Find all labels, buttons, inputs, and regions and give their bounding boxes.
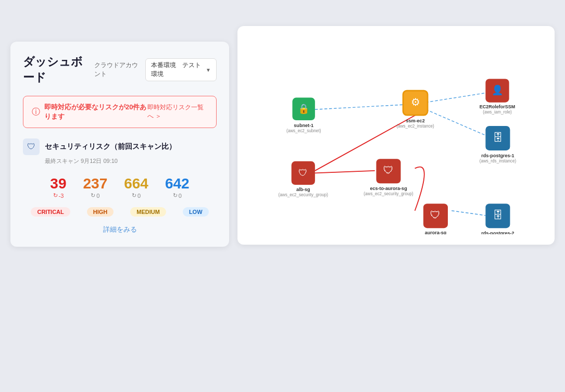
high-change-icon: ↻ <box>91 192 95 199</box>
high-change-value: 0 <box>96 193 99 199</box>
security-title: セキュリティリスク（前回スキャン比） <box>45 142 176 151</box>
ec2role-icon: 👤 <box>492 84 504 96</box>
node-alb-sg: 🛡 alb-sg (aws_ec2_security_group) <box>279 161 329 197</box>
node-ecs-sg: 🛡 ecs-to-aurora-sg (aws_ec2_security_gro… <box>363 159 413 196</box>
medium-change-icon: ↻ <box>132 192 136 199</box>
critical-change-icon: ↻ <box>53 192 58 199</box>
ssm-ec2-sublabel: (aws_ec2_instance) <box>396 124 434 129</box>
medium-number: 664 <box>124 175 148 192</box>
rds2-icon: 🗄 <box>493 209 503 221</box>
badge-high: HIGH <box>87 207 114 217</box>
chevron-down-icon: ▼ <box>206 67 211 73</box>
low-change-icon: ↻ <box>173 192 178 199</box>
badge-low: LOW <box>183 207 209 217</box>
dashboard-header: ダッシュボード クラウドアカウント 本番環境 テスト環境 ▼ <box>23 54 217 85</box>
badge-medium: MEDIUM <box>130 207 166 217</box>
security-header: 🛡 セキュリティリスク（前回スキャン比） <box>23 138 217 155</box>
ssm-ec2-label: ssm-ec2 <box>406 118 425 123</box>
node-subnet1: 🔒 subnet-1 (aws_ec2_subnet) <box>286 98 321 133</box>
medium-change: ↻ 0 <box>124 192 148 199</box>
badge-critical: CRITICAL <box>31 207 70 217</box>
ecs-sg-sublabel: (aws_ec2_security_group) <box>363 192 413 196</box>
alert-left: ⓘ 即時対応が必要なリスクが20件あります <box>32 103 147 121</box>
account-options: 本番環境 テスト環境 <box>151 61 202 79</box>
alb-sg-icon: 🛡 <box>298 168 308 178</box>
medium-change-value: 0 <box>137 193 141 199</box>
dashboard-card: ダッシュボード クラウドアカウント 本番環境 テスト環境 ▼ ⓘ 即時対応が必要… <box>10 42 229 247</box>
line-subnet-ssm <box>315 105 403 109</box>
ecs-sg-icon: 🛡 <box>383 165 394 176</box>
security-section: 🛡 セキュリティリスク（前回スキャン比） 最終スキャン 9月12日 09:10 … <box>23 138 217 234</box>
alert-link[interactable]: 即時対応リスク一覧へ ＞ <box>147 103 208 121</box>
stat-high: 237 ↻ 0 <box>83 175 108 202</box>
stat-critical: 39 ↻ -3 <box>50 175 66 202</box>
subnet1-icon: 🔒 <box>298 103 310 115</box>
critical-change-value: -3 <box>59 193 64 199</box>
diagram-svg: 🔒 subnet-1 (aws_ec2_subnet) ⚙ ssm-ec2 (a… <box>248 36 544 234</box>
ssm-ec2-icon: ⚙ <box>411 96 420 108</box>
critical-change: ↻ -3 <box>50 192 66 199</box>
diagram-container: 🔒 subnet-1 (aws_ec2_subnet) ⚙ ssm-ec2 (a… <box>248 36 544 234</box>
rds1-icon: 🗄 <box>493 132 503 143</box>
ec2role-sublabel: (aws_iam_role) <box>483 110 512 115</box>
rds2-label: rds-postgres-2 <box>481 231 514 234</box>
account-label: クラウドアカウント <box>94 61 141 79</box>
low-number: 642 <box>165 175 190 192</box>
low-change: ↻ 0 <box>165 192 190 199</box>
stat-medium: 664 ↻ 0 <box>124 175 148 202</box>
rds1-label: rds-postgres-1 <box>481 153 514 158</box>
node-aurora-sg: 🛡 aurora-sg (aws_ec2_security_group) <box>411 204 461 234</box>
alb-sg-label: alb-sg <box>296 187 310 192</box>
rds1-sublabel: (aws_rds_instance) <box>480 159 517 163</box>
low-change-value: 0 <box>179 193 182 199</box>
last-scan-date: 最終スキャン 9月12日 09:10 <box>45 157 217 165</box>
aurora-sg-label: aurora-sg <box>425 230 447 234</box>
line-ecs-aurora <box>415 167 424 211</box>
ec2role-label: EC2RoleforSSM <box>480 104 516 109</box>
alert-icon: ⓘ <box>32 107 40 118</box>
line-ssm-rds1 <box>426 109 486 135</box>
dashboard-title: ダッシュボード <box>23 54 94 85</box>
alert-banner: ⓘ 即時対応が必要なリスクが20件あります 即時対応リスク一覧へ ＞ <box>23 96 217 128</box>
account-selector: クラウドアカウント 本番環境 テスト環境 ▼ <box>94 58 217 81</box>
stat-low: 642 ↻ 0 <box>165 175 190 202</box>
line-aurora-rds2 <box>451 211 485 216</box>
high-number: 237 <box>83 175 108 192</box>
node-rds1: 🗄 rds-postgres-1 (aws_rds_instance) <box>480 126 517 163</box>
security-icon: 🛡 <box>23 138 40 155</box>
alb-sg-sublabel: (aws_ec2_security_group) <box>279 193 329 197</box>
line-ssm-ec2role <box>426 93 486 103</box>
node-rds2: 🗄 rds-postgres-2 (aws_rds_instance) <box>480 204 517 234</box>
diagram-card: 🔒 subnet-1 (aws_ec2_subnet) ⚙ ssm-ec2 (a… <box>237 26 555 245</box>
aurora-sg-icon: 🛡 <box>431 209 441 221</box>
line-alb-ecs <box>315 171 375 173</box>
node-ec2role: 👤 EC2RoleforSSM (aws_iam_role) <box>480 79 516 115</box>
main-container: ダッシュボード クラウドアカウント 本番環境 テスト環境 ▼ ⓘ 即時対応が必要… <box>0 0 565 392</box>
critical-number: 39 <box>50 175 66 192</box>
ecs-sg-label: ecs-to-aurora-sg <box>370 186 407 191</box>
account-dropdown[interactable]: 本番環境 テスト環境 ▼ <box>145 58 217 81</box>
badges-row: CRITICAL HIGH MEDIUM LOW <box>23 207 217 217</box>
subnet1-label: subnet-1 <box>294 123 313 128</box>
stats-row: 39 ↻ -3 237 ↻ 0 664 ↻ <box>23 175 217 202</box>
subnet1-sublabel: (aws_ec2_subnet) <box>286 129 321 133</box>
alert-text: 即時対応が必要なリスクが20件あります <box>44 103 147 121</box>
details-link[interactable]: 詳細をみる <box>23 225 217 234</box>
high-change: ↻ 0 <box>83 192 108 199</box>
